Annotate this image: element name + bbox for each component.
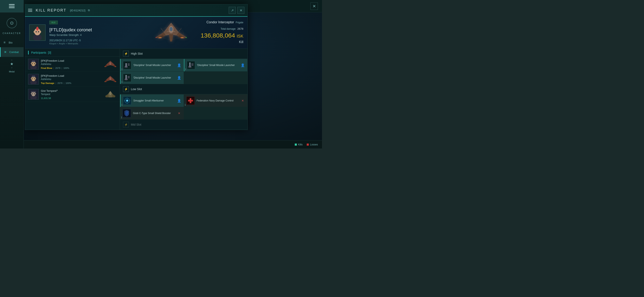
- participant-item: [IPK]Freedom Load Ashimmu Top Damage | 2…: [25, 72, 120, 87]
- participant-3-avatar: [28, 89, 39, 100]
- losses-dot: [307, 144, 309, 146]
- kill-report-header: KILL REPORT [ID:6124212] ⧉ ↗ ✕: [25, 4, 248, 17]
- svg-rect-68: [125, 66, 127, 67]
- mid-slot-label: Mid Slot: [131, 123, 142, 126]
- p1-ship: Ashimmu: [41, 63, 102, 66]
- sidebar: ⊙ CHARACTER ≡ Bio ✕ Combat ★ Medal: [0, 0, 24, 148]
- sidebar-bio-label: Bio: [9, 41, 12, 44]
- svg-point-56: [32, 93, 33, 94]
- damage-control-name: Federation Navy Damage Control: [197, 99, 239, 102]
- sidebar-medal-label: Medal: [9, 70, 14, 73]
- close-report-button[interactable]: ✕: [237, 7, 244, 14]
- sidebar-hamburger[interactable]: [0, 0, 24, 12]
- mid-slot-header: ⚡ Mid Slot: [120, 120, 248, 130]
- ship-type: Condor Interceptor: [206, 20, 234, 24]
- p1-name: [IPK]Freedom Load: [41, 59, 102, 62]
- svg-rect-78: [191, 65, 194, 66]
- participants-panel: Participants [3]: [25, 49, 120, 130]
- bottom-bar: Kills Losses: [24, 140, 322, 148]
- kill-outcome: Kill: [201, 40, 243, 44]
- svg-point-51: [115, 81, 116, 82]
- mid-slot-icon: ⚡: [123, 122, 129, 127]
- kills-stat: Kills: [295, 143, 302, 146]
- combat-icon: ✕: [3, 50, 8, 54]
- slot-item: Smuggler Small Afterburner 👤 1: [120, 94, 184, 107]
- svg-point-43: [32, 78, 33, 79]
- losses-stat: Losses: [307, 143, 318, 146]
- svg-point-32: [35, 63, 36, 64]
- shield-booster-count: 1: [121, 116, 122, 119]
- svg-point-30: [34, 63, 35, 64]
- afterburner-destroyed: 👤: [177, 99, 181, 103]
- svg-point-3: [36, 27, 38, 31]
- p1-avatar-svg: [28, 59, 38, 69]
- svg-point-23: [186, 37, 186, 38]
- damage-control-count: 1: [185, 104, 186, 106]
- svg-point-45: [31, 78, 32, 79]
- damage-control-svg: [187, 97, 194, 104]
- missile-icon-svg: [124, 61, 131, 69]
- svg-rect-71: [128, 65, 130, 66]
- victim-ship-image: [150, 21, 193, 44]
- svg-point-46: [35, 78, 36, 79]
- kr-hamburger[interactable]: [28, 9, 32, 12]
- sidebar-navigation: ≡ Bio ✕ Combat ★ Medal: [0, 38, 24, 76]
- top-bar-close-button[interactable]: ✕: [310, 2, 318, 10]
- p2-percent: 100%: [66, 82, 71, 84]
- svg-point-50: [104, 81, 106, 82]
- missile-launcher-2-icon: [187, 61, 195, 69]
- svg-point-59: [35, 93, 36, 94]
- svg-rect-65: [124, 61, 131, 69]
- damage-control-status: ✕: [241, 99, 245, 103]
- svg-rect-103: [307, 144, 309, 146]
- shield-booster-status: ✕: [177, 111, 181, 115]
- damage-control-icon: [186, 96, 195, 105]
- svg-rect-75: [189, 66, 191, 67]
- damage-label: Total damage:: [221, 27, 236, 30]
- svg-rect-102: [295, 144, 297, 146]
- svg-rect-84: [128, 76, 130, 77]
- p2-damage: 2678: [58, 82, 62, 84]
- sidebar-logo: ⊙: [6, 18, 17, 28]
- svg-point-90: [126, 100, 128, 101]
- p3-avatar-svg: [28, 89, 38, 100]
- losses-label: Losses: [310, 143, 318, 146]
- p2-ship-image: [104, 75, 116, 83]
- copy-id-icon[interactable]: ⧉: [88, 9, 90, 12]
- high-slot-header: ⚡ High Slot: [120, 49, 248, 59]
- person-icon-3: 👤: [177, 76, 181, 80]
- svg-point-44: [34, 78, 35, 79]
- missile-icon-2-svg: [187, 61, 195, 69]
- sidebar-item-bio[interactable]: ≡ Bio: [0, 38, 24, 47]
- svg-rect-82: [125, 79, 127, 79]
- hs-item-2-destroyed: 👤: [241, 63, 245, 67]
- participant-item: [IPK]Freedom Load Ashimmu Final Blow | 2…: [25, 57, 120, 72]
- svg-rect-98: [190, 98, 191, 100]
- kills-dot: [295, 144, 297, 146]
- p3-stats: 11,631.58: [41, 97, 102, 99]
- sidebar-item-combat[interactable]: ✕ Combat: [0, 47, 24, 57]
- svg-rect-28: [32, 61, 35, 62]
- svg-point-7: [34, 31, 35, 33]
- svg-rect-76: [188, 67, 192, 67]
- person-icon-4: 👤: [177, 99, 181, 103]
- slot-item: Gistii C-Type Small Shield Booster ✕ 1: [120, 107, 184, 119]
- sidebar-item-medal[interactable]: ★ Medal: [0, 57, 24, 76]
- svg-rect-85: [128, 77, 130, 78]
- hamburger-icon: [9, 4, 15, 8]
- svg-point-17: [180, 37, 184, 38]
- person-icon: 👤: [177, 63, 181, 67]
- svg-line-20: [161, 28, 164, 32]
- kill-report-window: KILL REPORT [ID:6124212] ⧉ ↗ ✕: [25, 4, 248, 130]
- p2-avatar-svg: [28, 74, 38, 85]
- export-button[interactable]: ↗: [229, 7, 236, 14]
- high-slot-label: High Slot: [131, 52, 143, 55]
- damage-value: 2678: [237, 27, 243, 30]
- p1-damage: 2678: [55, 67, 60, 69]
- top-damage-label: Top Damage: [41, 82, 54, 84]
- p2-ship-svg: [104, 75, 116, 83]
- missile-icon-3-svg: [124, 74, 131, 81]
- participant-1-info: [IPK]Freedom Load Ashimmu Final Blow | 2…: [41, 59, 102, 69]
- participants-header: Participants [3]: [25, 49, 120, 57]
- medal-hex-icon: ★: [8, 60, 16, 68]
